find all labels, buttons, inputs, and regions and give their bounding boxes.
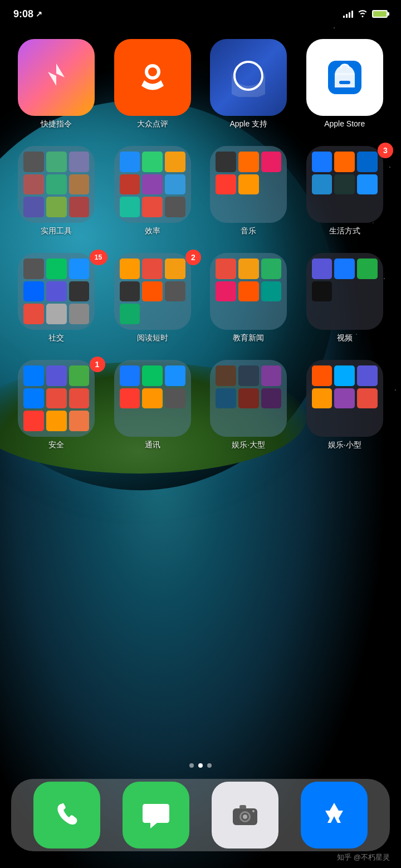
ent-small-folder-icon bbox=[306, 360, 383, 437]
mini-app bbox=[120, 259, 140, 279]
dock-phone[interactable] bbox=[33, 782, 100, 849]
mini-app bbox=[142, 197, 163, 217]
app-item-reading[interactable]: 2 阅读短时 bbox=[107, 253, 198, 343]
dock-appstore[interactable] bbox=[301, 782, 368, 849]
mini-app bbox=[120, 174, 140, 195]
ent-large-label: 娱乐·大型 bbox=[232, 440, 265, 450]
mini-app bbox=[120, 365, 140, 386]
page-dot-3 bbox=[207, 763, 212, 768]
mini-app bbox=[238, 152, 259, 172]
apple-support-icon bbox=[210, 39, 287, 116]
lifestyle-label: 生活方式 bbox=[329, 226, 360, 236]
apple-store-icon bbox=[306, 39, 383, 116]
mini-app bbox=[120, 281, 140, 302]
app-item-apple-store[interactable]: Apple Store bbox=[300, 39, 390, 129]
mini-app bbox=[334, 152, 355, 172]
mini-app bbox=[357, 174, 378, 195]
mini-app bbox=[216, 365, 236, 386]
music-label: 音乐 bbox=[241, 226, 256, 236]
tools-folder-icon bbox=[18, 146, 95, 223]
svg-point-9 bbox=[243, 815, 247, 819]
mini-app bbox=[165, 365, 185, 386]
app-item-dianping[interactable]: 大众点评 bbox=[107, 39, 198, 129]
dock-camera[interactable] bbox=[212, 782, 278, 849]
mini-app bbox=[261, 281, 282, 302]
reading-badge: 2 bbox=[185, 250, 201, 265]
apple-store-label: Apple Store bbox=[324, 119, 365, 128]
shortcuts-icon bbox=[18, 39, 95, 116]
education-folder-icon bbox=[210, 253, 287, 330]
mini-app bbox=[46, 304, 67, 324]
mini-app bbox=[23, 197, 44, 217]
mini-app bbox=[238, 174, 259, 195]
signal-bars bbox=[343, 10, 353, 18]
mini-app bbox=[261, 152, 282, 172]
mini-app bbox=[69, 411, 90, 431]
shortcuts-label: 快捷指令 bbox=[41, 119, 72, 129]
mini-app bbox=[69, 152, 90, 172]
comms-folder-icon bbox=[114, 360, 191, 437]
svg-rect-10 bbox=[239, 805, 246, 809]
mini-app bbox=[357, 365, 378, 386]
mini-app bbox=[46, 152, 67, 172]
dock bbox=[11, 779, 390, 851]
mini-app bbox=[238, 388, 259, 409]
mini-app bbox=[142, 365, 163, 386]
ent-large-folder-icon bbox=[210, 360, 287, 437]
signal-bar-4 bbox=[351, 11, 353, 18]
efficiency-folder-icon bbox=[114, 146, 191, 223]
dock-messages[interactable] bbox=[123, 782, 189, 849]
mini-app bbox=[165, 152, 185, 172]
svg-point-11 bbox=[252, 810, 255, 812]
app-item-lifestyle[interactable]: 3 生活方式 bbox=[300, 146, 390, 236]
mini-app bbox=[46, 197, 67, 217]
app-item-social[interactable]: 15 社交 bbox=[11, 253, 102, 343]
app-grid: 快捷指令 大众点评 Apple 支持 bbox=[0, 33, 401, 456]
watermark: 知乎 @不朽星灵 bbox=[337, 852, 390, 862]
svg-point-1 bbox=[148, 67, 157, 76]
app-item-efficiency[interactable]: 效率 bbox=[107, 146, 198, 236]
mini-app bbox=[165, 259, 185, 279]
music-folder-icon bbox=[210, 146, 287, 223]
mini-app bbox=[142, 388, 163, 409]
app-item-tools[interactable]: 实用工具 bbox=[11, 146, 102, 236]
apple-support-label: Apple 支持 bbox=[229, 119, 267, 129]
mini-app bbox=[46, 411, 67, 431]
location-icon: ↗ bbox=[36, 9, 42, 18]
mini-app bbox=[165, 174, 185, 195]
app-item-education[interactable]: 教育新闻 bbox=[203, 253, 294, 343]
mini-app bbox=[238, 281, 259, 302]
signal-bar-1 bbox=[343, 16, 345, 18]
app-item-video[interactable]: 视频 bbox=[300, 253, 390, 343]
app-item-shortcuts[interactable]: 快捷指令 bbox=[11, 39, 102, 129]
video-folder-icon bbox=[306, 253, 383, 330]
mini-app bbox=[261, 388, 282, 409]
svg-rect-5 bbox=[335, 73, 355, 75]
mini-app bbox=[357, 259, 378, 279]
app-item-ent-large[interactable]: 娱乐·大型 bbox=[203, 360, 294, 450]
mini-app bbox=[142, 152, 163, 172]
reading-folder-icon bbox=[114, 253, 191, 330]
mini-app bbox=[46, 281, 67, 302]
video-label: 视频 bbox=[337, 333, 353, 343]
svg-rect-4 bbox=[339, 81, 350, 84]
mini-app bbox=[46, 388, 67, 409]
app-item-apple-support[interactable]: Apple 支持 bbox=[203, 39, 294, 129]
mini-app bbox=[261, 365, 282, 386]
app-item-music[interactable]: 音乐 bbox=[203, 146, 294, 236]
mini-app bbox=[69, 281, 90, 302]
mini-app bbox=[334, 365, 355, 386]
mini-app bbox=[165, 197, 185, 217]
mini-app bbox=[142, 259, 163, 279]
app-item-security[interactable]: 1 安全 bbox=[11, 360, 102, 450]
mini-app bbox=[46, 174, 67, 195]
page-dot-1 bbox=[189, 763, 194, 768]
status-time: 9:08 ↗ bbox=[13, 8, 42, 20]
mini-app bbox=[23, 365, 44, 386]
app-item-comms[interactable]: 通讯 bbox=[107, 360, 198, 450]
mini-app bbox=[312, 365, 332, 386]
app-item-ent-small[interactable]: 娱乐·小型 bbox=[300, 360, 390, 450]
mini-app bbox=[69, 388, 90, 409]
mini-app bbox=[357, 388, 378, 409]
mini-app bbox=[216, 152, 236, 172]
